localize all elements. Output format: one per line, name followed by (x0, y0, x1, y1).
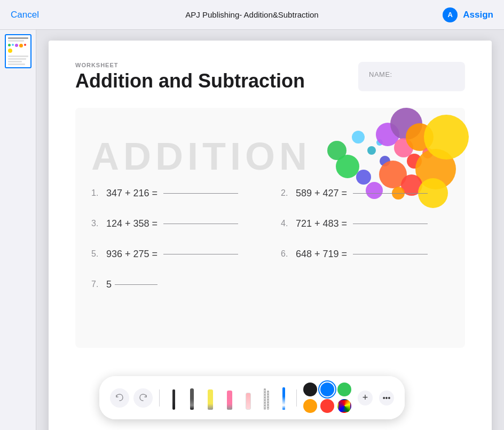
pink-marker-icon (227, 391, 232, 410)
marker-icon (208, 389, 213, 410)
stylus-icon (282, 387, 285, 410)
problem-expr-7: 5 (106, 279, 158, 290)
problem-expr-2: 589 + 427 = (296, 188, 428, 199)
problem-expr-1: 347 + 216 = (106, 188, 238, 199)
color-green[interactable] (337, 383, 351, 396)
pencil-button[interactable] (184, 386, 199, 410)
problem-num-1: 1. (91, 188, 102, 198)
divider-2 (296, 389, 297, 407)
eraser-button[interactable] (241, 386, 256, 410)
problem-num-3: 3. (91, 219, 102, 228)
drawing-tools-group (166, 386, 290, 410)
ruler-button[interactable] (259, 386, 274, 410)
undo-icon (115, 393, 124, 403)
redo-icon (138, 393, 148, 403)
avatar: A (443, 7, 458, 22)
svg-point-5 (336, 155, 359, 178)
problem-4: 4. 721 + 483 = (281, 218, 449, 229)
drawing-toolbar: + ••• (99, 376, 405, 419)
problem-7: 7. 5 (91, 279, 259, 290)
problem-num-2: 2. (281, 188, 292, 198)
color-multicolor[interactable] (337, 399, 351, 413)
watermark-text: ADDITION (91, 134, 311, 178)
document-title: APJ Publishing- Addition&Subtraction (185, 10, 318, 19)
cancel-button[interactable]: Cancel (11, 10, 39, 20)
assign-button[interactable]: Assign (463, 10, 493, 20)
problem-expr-4: 721 + 483 = (296, 218, 428, 229)
problems-grid: 1. 347 + 216 = 2. 589 + 427 = 3. 124 + 3… (91, 188, 449, 290)
pink-marker-button[interactable] (222, 386, 238, 410)
problem-num-4: 4. (281, 219, 292, 228)
document-page: WORKSHEET Addition and Subtraction NAME:… (49, 41, 492, 430)
document-area[interactable]: WORKSHEET Addition and Subtraction NAME:… (36, 30, 504, 430)
color-black[interactable] (303, 383, 317, 396)
name-label: NAME: (369, 70, 392, 78)
problem-num-6: 6. (281, 249, 292, 259)
svg-point-2 (367, 146, 376, 155)
divider-1 (159, 389, 160, 407)
more-options-button[interactable]: ••• (379, 391, 394, 405)
sidebar (0, 30, 36, 430)
problem-expr-3: 124 + 358 = (106, 218, 238, 229)
svg-point-6 (356, 170, 371, 185)
marker-button[interactable] (202, 386, 218, 410)
name-box: NAME: (358, 62, 465, 91)
color-red[interactable] (320, 399, 334, 413)
undo-redo-group (110, 388, 153, 408)
problem-num-5: 5. (91, 249, 102, 259)
more-icon: ••• (383, 394, 391, 402)
pencil-icon (190, 388, 194, 410)
stylus-button[interactable] (277, 386, 290, 410)
color-orange[interactable] (303, 399, 317, 413)
color-blue[interactable] (320, 383, 334, 396)
right-controls: A Assign (443, 7, 493, 22)
content-section: ADDITION 1. 347 + 216 = 2. 589 + 427 = (75, 108, 465, 348)
page-thumbnail[interactable] (5, 34, 32, 68)
svg-point-1 (352, 131, 365, 144)
redo-button[interactable] (133, 388, 153, 408)
ruler-icon (264, 388, 269, 410)
problem-5: 5. 936 + 275 = (91, 249, 259, 260)
problem-expr-5: 936 + 275 = (106, 249, 238, 260)
problem-2: 2. 589 + 427 = (281, 188, 449, 199)
problem-expr-6: 648 + 719 = (296, 249, 428, 260)
eraser-icon (246, 393, 251, 410)
problem-6: 6. 648 + 719 = (281, 249, 449, 260)
thin-pen-icon (172, 389, 175, 410)
undo-button[interactable] (110, 388, 129, 408)
color-row-bottom (303, 399, 351, 413)
main-area: WORKSHEET Addition and Subtraction NAME:… (0, 30, 504, 430)
color-row-top (303, 383, 351, 396)
svg-point-19 (424, 115, 469, 160)
thin-pen-button[interactable] (166, 386, 181, 410)
problem-num-7: 7. (91, 280, 102, 289)
problem-3: 3. 124 + 358 = (91, 218, 259, 229)
problem-1: 1. 347 + 216 = (91, 188, 259, 199)
add-color-button[interactable]: + (358, 391, 373, 405)
colors-group (303, 383, 351, 413)
top-bar: Cancel APJ Publishing- Addition&Subtract… (0, 0, 504, 30)
